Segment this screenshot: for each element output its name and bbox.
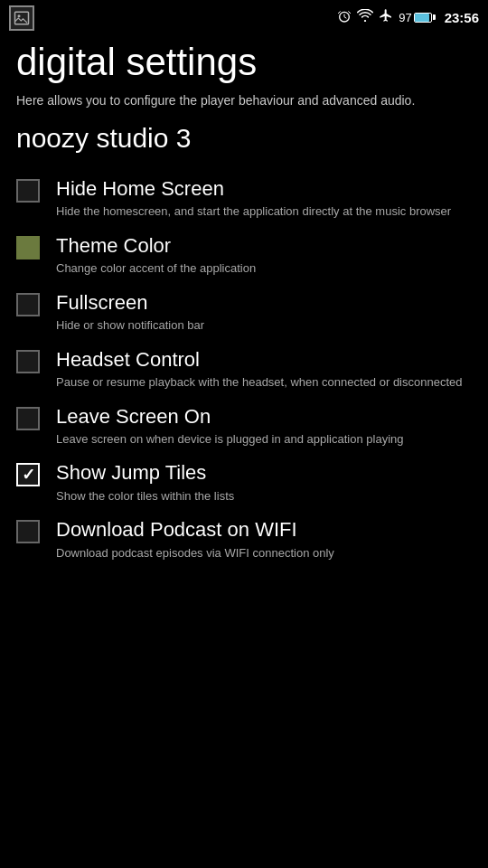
setting-item-headset-control: Headset ControlPause or resume playback … bbox=[16, 339, 472, 396]
setting-description-theme-color: Change color accent of the application bbox=[56, 260, 472, 277]
setting-item-show-jump-tiles: ✓Show Jump TilesShow the color tiles wit… bbox=[16, 452, 472, 509]
app-name: noozy studio 3 bbox=[16, 123, 472, 154]
setting-label-headset-control: Headset Control bbox=[56, 348, 472, 372]
setting-item-hide-home-screen: Hide Home ScreenHide the homescreen, and… bbox=[16, 168, 472, 225]
status-time: 23:56 bbox=[445, 10, 479, 25]
checkbox-theme-color[interactable] bbox=[16, 236, 40, 259]
setting-description-fullscreen: Hide or show notification bar bbox=[56, 317, 472, 334]
checkbox-area-show-jump-tiles: ✓ bbox=[16, 461, 56, 486]
battery-percent: 97 bbox=[399, 11, 411, 24]
checkbox-headset-control[interactable] bbox=[16, 350, 40, 373]
checkbox-area-hide-home-screen bbox=[16, 177, 56, 203]
checkbox-download-podcast-wifi[interactable] bbox=[16, 520, 40, 543]
checkbox-area-theme-color bbox=[16, 234, 56, 259]
checkbox-area-headset-control bbox=[16, 348, 56, 373]
checkbox-show-jump-tiles[interactable]: ✓ bbox=[16, 463, 40, 486]
setting-text-hide-home-screen: Hide Home ScreenHide the homescreen, and… bbox=[56, 177, 472, 220]
checkbox-area-download-podcast-wifi bbox=[16, 518, 56, 543]
setting-description-hide-home-screen: Hide the homescreen, and start the appli… bbox=[56, 203, 472, 220]
checkbox-fullscreen[interactable] bbox=[16, 293, 40, 316]
setting-description-show-jump-tiles: Show the color tiles within the lists bbox=[56, 488, 472, 505]
status-bar: 97 23:56 bbox=[0, 0, 488, 33]
setting-label-fullscreen: Fullscreen bbox=[56, 291, 472, 315]
checkbox-area-fullscreen bbox=[16, 291, 56, 316]
setting-description-leave-screen-on: Leave screen on when device is plugged i… bbox=[56, 431, 472, 448]
settings-list: Hide Home ScreenHide the homescreen, and… bbox=[16, 168, 472, 567]
checkbox-leave-screen-on[interactable] bbox=[16, 407, 40, 430]
airplane-icon bbox=[379, 8, 393, 26]
svg-point-1 bbox=[18, 14, 21, 17]
setting-text-show-jump-tiles: Show Jump TilesShow the color tiles with… bbox=[56, 461, 472, 504]
setting-label-hide-home-screen: Hide Home Screen bbox=[56, 177, 472, 201]
alarm-icon bbox=[337, 9, 352, 26]
setting-item-theme-color: Theme ColorChange color accent of the ap… bbox=[16, 225, 472, 282]
checkbox-hide-home-screen[interactable] bbox=[16, 179, 40, 203]
setting-description-headset-control: Pause or resume playback with the headse… bbox=[56, 374, 472, 391]
setting-label-theme-color: Theme Color bbox=[56, 234, 472, 258]
page-subtitle: Here allows you to configure the player … bbox=[16, 92, 472, 110]
header-image-icon-area bbox=[9, 5, 34, 31]
setting-item-leave-screen-on: Leave Screen OnLeave screen on when devi… bbox=[16, 396, 472, 453]
wifi-icon bbox=[357, 9, 373, 25]
setting-text-download-podcast-wifi: Download Podcast on WIFIDownload podcast… bbox=[56, 518, 472, 561]
image-icon bbox=[9, 5, 34, 31]
setting-label-leave-screen-on: Leave Screen On bbox=[56, 405, 472, 429]
battery-icon: 97 bbox=[399, 11, 435, 24]
setting-label-show-jump-tiles: Show Jump Tiles bbox=[56, 461, 472, 485]
setting-item-fullscreen: FullscreenHide or show notification bar bbox=[16, 282, 472, 339]
page-title: digital settings bbox=[16, 42, 472, 83]
status-icons: 97 23:56 bbox=[337, 8, 479, 26]
setting-text-theme-color: Theme ColorChange color accent of the ap… bbox=[56, 234, 472, 277]
setting-item-download-podcast-wifi: Download Podcast on WIFIDownload podcast… bbox=[16, 509, 472, 566]
setting-description-download-podcast-wifi: Download podcast episodes via WIFI conne… bbox=[56, 545, 472, 561]
setting-label-download-podcast-wifi: Download Podcast on WIFI bbox=[56, 518, 472, 542]
setting-text-fullscreen: FullscreenHide or show notification bar bbox=[56, 291, 472, 334]
setting-text-headset-control: Headset ControlPause or resume playback … bbox=[56, 348, 472, 391]
checkbox-area-leave-screen-on bbox=[16, 405, 56, 430]
setting-text-leave-screen-on: Leave Screen OnLeave screen on when devi… bbox=[56, 405, 472, 448]
page-content: digital settings Here allows you to conf… bbox=[0, 33, 488, 575]
